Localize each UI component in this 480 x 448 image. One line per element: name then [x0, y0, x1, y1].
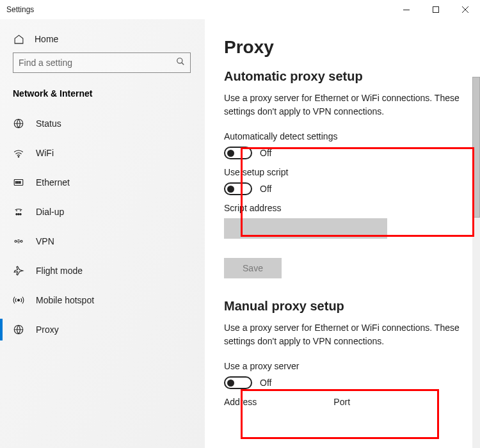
- home-icon: [13, 33, 24, 45]
- svg-rect-9: [16, 182, 17, 184]
- sidebar-item-ethernet[interactable]: Ethernet: [0, 168, 205, 197]
- vpn-icon: [13, 236, 24, 247]
- home-label: Home: [35, 34, 58, 44]
- svg-rect-10: [18, 182, 19, 184]
- port-label: Port: [333, 397, 350, 407]
- minimize-button[interactable]: [392, 0, 421, 19]
- sidebar-item-label: Ethernet: [36, 177, 70, 188]
- svg-point-14: [20, 214, 21, 215]
- page-title: Proxy: [224, 37, 480, 58]
- svg-rect-1: [433, 7, 439, 13]
- svg-line-5: [182, 63, 184, 65]
- airplane-icon: [13, 265, 24, 276]
- sidebar-item-label: VPN: [36, 236, 54, 246]
- script-address-input[interactable]: [224, 218, 387, 239]
- setup-script-toggle[interactable]: [224, 182, 252, 195]
- scrollbar-thumb[interactable]: [472, 77, 480, 218]
- sidebar-item-proxy[interactable]: Proxy: [0, 315, 205, 344]
- svg-point-13: [18, 214, 19, 215]
- save-button[interactable]: Save: [224, 258, 282, 278]
- use-proxy-label: Use a proxy server: [224, 361, 480, 371]
- svg-point-4: [177, 58, 182, 63]
- titlebar: Settings: [0, 0, 480, 19]
- svg-rect-11: [20, 182, 21, 184]
- manual-section-title: Manual proxy setup: [224, 299, 480, 314]
- dialup-icon: [13, 206, 24, 218]
- sidebar-item-label: Status: [36, 118, 61, 129]
- search-box[interactable]: [13, 52, 191, 73]
- sidebar-item-hotspot[interactable]: Mobile hotspot: [0, 285, 205, 315]
- auto-detect-toggle[interactable]: [224, 147, 252, 159]
- category-label: Network & Internet: [0, 84, 205, 109]
- address-label: Address: [224, 397, 257, 407]
- svg-point-15: [15, 241, 17, 243]
- sidebar-item-label: Proxy: [36, 324, 59, 335]
- search-input[interactable]: [19, 58, 176, 68]
- window-title: Settings: [6, 5, 34, 14]
- close-button[interactable]: [451, 0, 480, 19]
- script-address-label: Script address: [224, 203, 480, 213]
- use-proxy-toggle[interactable]: [224, 376, 252, 389]
- setup-script-state: Off: [260, 184, 271, 194]
- use-proxy-state: Off: [260, 378, 271, 388]
- sidebar-item-vpn[interactable]: VPN: [0, 227, 205, 256]
- svg-point-7: [18, 156, 19, 157]
- auto-section-desc: Use a proxy server for Ethernet or WiFi …: [224, 92, 461, 118]
- sidebar-item-dialup[interactable]: Dial-up: [0, 197, 205, 227]
- maximize-button[interactable]: [421, 0, 451, 19]
- ethernet-icon: [13, 177, 24, 188]
- svg-point-16: [20, 241, 22, 243]
- sidebar: Home Network & Internet Status: [0, 19, 205, 448]
- content-area: Proxy Automatic proxy setup Use a proxy …: [205, 19, 480, 448]
- sidebar-item-flightmode[interactable]: Flight mode: [0, 256, 205, 285]
- sidebar-item-label: WiFi: [36, 148, 54, 158]
- sidebar-item-label: Dial-up: [36, 207, 64, 217]
- svg-point-17: [18, 300, 20, 301]
- auto-detect-state: Off: [260, 148, 271, 158]
- sidebar-item-label: Mobile hotspot: [36, 295, 94, 305]
- search-icon: [176, 57, 185, 68]
- home-link[interactable]: Home: [0, 27, 205, 52]
- sidebar-item-label: Flight mode: [36, 266, 83, 276]
- sidebar-item-status[interactable]: Status: [0, 109, 205, 138]
- auto-detect-label: Automatically detect settings: [224, 131, 480, 141]
- setup-script-label: Use setup script: [224, 167, 480, 177]
- svg-rect-0: [403, 10, 410, 10]
- hotspot-icon: [13, 294, 24, 306]
- scrollbar[interactable]: [472, 77, 480, 448]
- proxy-icon: [13, 324, 24, 335]
- manual-section-desc: Use a proxy server for Ethernet or WiFi …: [224, 321, 461, 348]
- status-icon: [13, 118, 24, 129]
- svg-point-12: [16, 214, 17, 215]
- wifi-icon: [13, 147, 24, 159]
- window-controls: [392, 0, 480, 19]
- sidebar-item-wifi[interactable]: WiFi: [0, 138, 205, 168]
- auto-section-title: Automatic proxy setup: [224, 69, 480, 84]
